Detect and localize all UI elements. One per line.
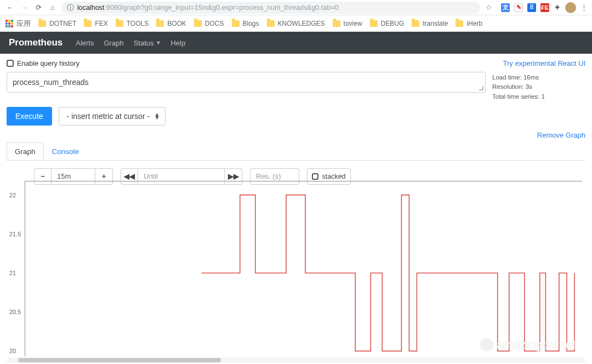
url-path: :9090/graph?g0.range_input=15m&g0.expr=p…	[104, 4, 338, 12]
extensions: 文 ✎ ⠿ FE ✦ ⋮	[498, 2, 588, 13]
folder-icon	[333, 20, 340, 27]
url-host: localhost	[77, 4, 104, 12]
nav-alerts[interactable]: Alerts	[76, 39, 94, 47]
bookmark-label: DOTNET	[49, 20, 76, 27]
horizontal-scrollbar[interactable]	[7, 357, 585, 363]
enable-history-label: Enable query history	[17, 60, 79, 67]
bookmark-label: TOOLS	[127, 20, 149, 27]
folder-icon	[456, 20, 463, 27]
y-tick: 21	[9, 270, 16, 276]
bookmark-label: Blogs	[243, 20, 259, 27]
query-stats: Load time: 16ms Resolution: 3s Total tim…	[492, 72, 585, 101]
nav-status-label: Status	[134, 39, 154, 47]
y-tick: 22	[9, 192, 16, 198]
bookmark-toview[interactable]: toview	[333, 20, 362, 27]
chevron-down-icon: ▼	[156, 40, 161, 46]
folder-icon	[116, 20, 123, 27]
enable-history-checkbox[interactable]: Enable query history	[7, 60, 79, 67]
folder-icon	[370, 20, 378, 27]
chrome-menu-icon[interactable]: ⋮	[580, 3, 588, 12]
bookmark-docs[interactable]: DOCS	[194, 20, 224, 27]
address-bar[interactable]: ⓘ localhost:9090/graph?g0.range_input=15…	[61, 2, 480, 14]
adblock-ext-icon[interactable]: ✎	[514, 3, 523, 12]
folder-icon	[412, 20, 419, 27]
metric-dropdown-label: - insert metric at cursor -	[67, 112, 150, 121]
result-tabs: Graph Console	[7, 143, 585, 161]
folder-icon	[38, 20, 46, 27]
bookmark-label: translate	[423, 20, 448, 27]
site-info-icon[interactable]: ⓘ	[67, 3, 74, 13]
app-nav: Prometheus Alerts Graph Status▼ Help	[0, 32, 592, 54]
react-ui-link[interactable]: Try experimental React UI	[503, 59, 585, 67]
extensions-puzzle-icon[interactable]: ✦	[554, 2, 561, 13]
expression-input[interactable]: process_num_threads	[7, 72, 486, 93]
profile-avatar[interactable]	[565, 2, 576, 13]
bookmark-knowledges[interactable]: KNOWLEDGES	[267, 20, 325, 27]
apps-shortcut[interactable]: 应用	[5, 19, 31, 29]
folder-icon	[156, 20, 164, 27]
stat-res: Resolution: 3s	[492, 82, 585, 92]
execute-button[interactable]: Execute	[7, 107, 52, 126]
bookmark-label: KNOWLEDGES	[278, 20, 325, 27]
y-tick: 21.5	[9, 231, 21, 237]
nav-help[interactable]: Help	[170, 39, 185, 47]
bookmark-translate[interactable]: translate	[412, 20, 448, 27]
checkbox-icon	[7, 60, 14, 67]
translate-ext-icon[interactable]: 文	[501, 3, 510, 12]
bookmark-label: toview	[344, 20, 362, 27]
tab-console[interactable]: Console	[44, 143, 88, 160]
checkbox-icon	[312, 173, 318, 180]
stat-series: Total time series: 1	[492, 92, 585, 101]
reload-icon[interactable]: ⟳	[33, 2, 44, 13]
brand[interactable]: Prometheus	[9, 37, 62, 48]
remove-graph-link[interactable]: Remove Graph	[7, 131, 585, 139]
bookmark-label: DOCS	[205, 20, 224, 27]
bookmark-fex[interactable]: FEX	[84, 20, 107, 27]
home-icon[interactable]: ⌂	[47, 2, 58, 13]
folder-icon	[194, 20, 202, 27]
y-tick: 20.5	[9, 309, 21, 315]
bookmark-book[interactable]: BOOK	[156, 20, 186, 27]
folder-icon	[267, 20, 275, 27]
back-icon[interactable]: ←	[4, 2, 15, 13]
stacked-label: stacked	[322, 173, 345, 180]
expression-text: process_num_threads	[13, 78, 89, 87]
bookmark-iherb[interactable]: iHerb	[456, 20, 482, 27]
nav-status[interactable]: Status▼	[134, 39, 161, 47]
bookmark-star-icon[interactable]: ☆	[483, 2, 494, 13]
forward-icon[interactable]: →	[19, 2, 30, 13]
bookmark-label: FEX	[95, 20, 107, 27]
chart-area[interactable]: 2020.52121.522 2324252627282930313233343…	[25, 181, 582, 356]
bookmark-label: BOOK	[167, 20, 186, 27]
browser-toolbar: ← → ⟳ ⌂ ⓘ localhost:9090/graph?g0.range_…	[0, 0, 592, 15]
bookmark-debug[interactable]: DEBUG	[370, 20, 405, 27]
chart-line	[25, 181, 582, 356]
bookmark-dotnet[interactable]: DOTNET	[38, 20, 76, 27]
stat-load: Load time: 16ms	[492, 73, 585, 82]
updown-caret-icon: ▲▼	[154, 113, 160, 120]
bookmark-label: iHerb	[466, 20, 482, 27]
bookmarks-bar: 应用 DOTNETFEXTOOLSBOOKDOCSBlogsKNOWLEDGES…	[0, 15, 592, 32]
folder-icon	[232, 20, 240, 27]
ext-blue-icon[interactable]: ⠿	[527, 3, 536, 12]
tab-graph[interactable]: Graph	[7, 143, 44, 160]
ext-red-icon[interactable]: FE	[540, 3, 549, 12]
nav-graph[interactable]: Graph	[104, 39, 123, 47]
resize-handle-icon[interactable]	[479, 86, 483, 90]
scrollbar-thumb[interactable]	[18, 358, 221, 362]
folder-icon	[84, 20, 92, 27]
metric-dropdown[interactable]: - insert metric at cursor - ▲▼	[59, 107, 166, 126]
bookmark-blogs[interactable]: Blogs	[232, 20, 259, 27]
apps-label: 应用	[16, 19, 31, 29]
bookmark-tools[interactable]: TOOLS	[116, 20, 149, 27]
bookmark-label: DEBUG	[381, 20, 405, 27]
apps-grid-icon	[5, 20, 13, 27]
y-tick: 20	[9, 348, 16, 354]
